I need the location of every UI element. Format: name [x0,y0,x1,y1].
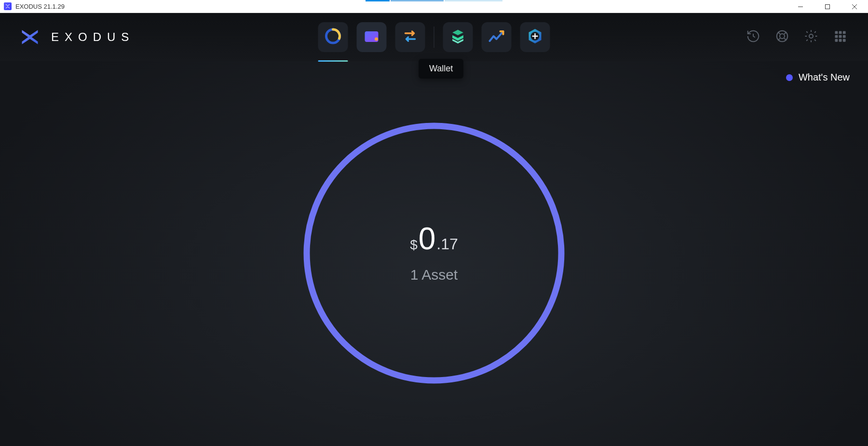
nav-rewards-button[interactable] [443,22,473,52]
window-title-bar: EXODUS 21.1.29 [0,0,868,13]
wallet-icon [362,27,381,48]
asset-count: 1 Asset [410,267,458,283]
window-minimize-button[interactable] [787,0,814,13]
whats-new-label: What's New [799,72,850,83]
svg-point-8 [809,34,813,38]
grid-icon [833,29,847,45]
svg-rect-16 [839,39,842,42]
grid-button[interactable] [831,28,849,46]
main-content: What's New $ 0 .17 1 Asset [0,61,868,446]
app-body: EXODUS [0,13,868,446]
svg-rect-12 [835,35,838,38]
window-title: EXODUS 21.1.29 [15,3,65,10]
svg-rect-10 [839,31,842,34]
brand-name: EXODUS [51,30,135,44]
whats-new-link[interactable]: What's New [786,72,850,83]
nav-wallet-button[interactable] [357,22,387,52]
balance-currency-symbol: $ [410,238,418,252]
gear-icon [804,29,818,45]
brand-mark-icon [19,27,41,48]
history-button[interactable] [745,28,762,46]
title-bar-accent [366,0,502,1]
svg-rect-13 [839,35,842,38]
ring-center: $ 0 .17 1 Asset [300,119,568,387]
svg-rect-1 [826,4,830,9]
nav-portfolio-button[interactable] [318,22,348,52]
brand-logo[interactable]: EXODUS [19,27,135,48]
stack-icon [449,27,467,47]
portfolio-ring[interactable]: $ 0 .17 1 Asset [300,119,568,387]
svg-rect-17 [843,39,846,42]
apps-plus-icon [526,27,545,48]
settings-button[interactable] [802,28,820,46]
balance-value: $ 0 .17 [410,223,458,254]
balance-integer: 0 [419,223,436,254]
nav-apps-button[interactable] [520,22,550,52]
svg-rect-14 [843,35,846,38]
svg-rect-11 [843,31,846,34]
window-maximize-button[interactable] [814,0,841,13]
app-header: EXODUS [0,13,868,61]
whats-new-dot-icon [786,74,793,81]
main-nav [318,22,550,52]
nav-exchange-button[interactable] [395,22,425,52]
lifebuoy-icon [775,29,789,45]
app-icon [4,2,12,10]
nav-market-button[interactable] [482,22,512,52]
exchange-icon [401,27,420,48]
nav-tooltip: Wallet [419,59,463,79]
window-close-button[interactable] [841,0,868,13]
trend-icon [487,27,506,48]
nav-separator [434,27,434,48]
history-icon [746,29,760,45]
svg-point-4 [375,38,378,41]
donut-icon [324,27,343,48]
svg-rect-9 [835,31,838,34]
support-button[interactable] [773,28,791,46]
svg-point-7 [780,34,785,39]
balance-decimal: .17 [436,236,458,252]
svg-rect-15 [835,39,838,42]
